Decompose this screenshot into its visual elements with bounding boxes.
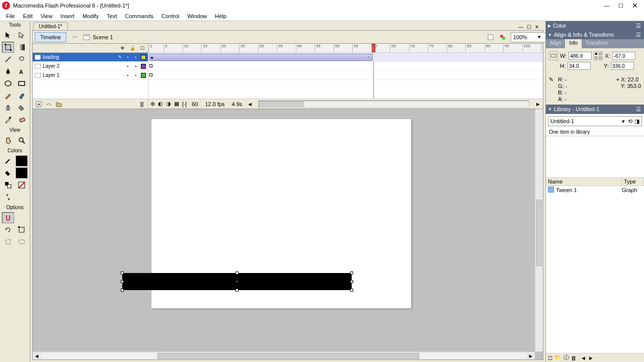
center-frame-icon[interactable]: ⊕ [150,101,155,107]
pen-tool[interactable] [2,66,14,77]
menu-help[interactable]: Help [211,12,230,20]
swap-colors[interactable] [2,192,14,203]
library-doc-select[interactable]: Untitled-1 ▾ ⟲ ◨ [548,116,642,126]
lib-scroll-right[interactable]: ► [588,355,594,361]
default-colors[interactable] [2,179,14,191]
line-tool[interactable] [2,54,14,65]
menu-file[interactable]: File [2,12,19,20]
scroll-right[interactable]: ► [535,101,541,107]
oval-tool[interactable] [2,78,14,89]
new-library-icon[interactable]: ◨ [634,118,639,125]
timeline-ruler[interactable]: 1510152025303540455055606570758085909510… [148,44,543,53]
text-tool[interactable]: A [16,66,28,77]
stage-area[interactable]: ⟷ ◄► [33,109,543,359]
new-folder-button[interactable]: 📁 [554,354,561,361]
menu-view[interactable]: View [37,12,57,20]
eyedropper-tool[interactable] [2,114,14,125]
scene-back[interactable]: ⇦ [69,34,79,40]
stroke-swatch[interactable] [16,155,28,166]
envelope-option[interactable] [16,236,28,247]
menu-window[interactable]: Window [183,12,211,20]
timeline-toggle[interactable]: Timeline [35,32,66,42]
layer-row[interactable]: loading ✎ • • [33,53,148,62]
outline-icon[interactable]: ☐ [139,45,146,52]
maximize-button[interactable]: ☐ [614,1,628,11]
selection-tool[interactable] [2,30,14,41]
frames-area[interactable] [148,53,543,99]
visible-dot[interactable]: • [125,73,131,77]
align-panel-header[interactable]: ▼ Align & Info & Transform ☰ [546,30,644,39]
library-panel-header[interactable]: ▼ Library - Untitled-1 ☰ [546,105,644,114]
doc-minimize[interactable]: — [517,23,524,30]
zoom-tool[interactable] [16,135,28,146]
height-input[interactable] [568,62,591,70]
snap-option[interactable] [2,212,14,223]
fill-color[interactable] [2,167,14,178]
doc-close[interactable]: ✕ [533,23,540,30]
new-symbol-button[interactable]: ◻ [548,354,552,361]
add-folder-button[interactable] [55,100,63,108]
menu-edit[interactable]: Edit [19,12,37,20]
visible-dot[interactable]: • [125,64,131,68]
minimize-button[interactable]: — [600,1,614,11]
ink-bottle-tool[interactable] [2,102,14,113]
add-layer-button[interactable]: + [35,100,43,108]
lasso-tool[interactable] [16,54,28,65]
show-hide-icon[interactable]: 👁 [119,45,126,52]
menu-text[interactable]: Text [103,12,121,20]
zoom-select[interactable] [511,32,546,42]
onion-skin-icon[interactable]: ◐ [158,101,163,107]
delete-button[interactable]: 🗑 [571,355,577,361]
library-item[interactable]: Tween 1 Graph [546,186,644,194]
properties-button[interactable]: ⓘ [564,354,569,361]
paint-bucket-tool[interactable] [16,102,28,113]
layer-color[interactable] [141,73,146,78]
doc-restore[interactable]: ☐ [525,23,532,30]
edit-scene-icon[interactable] [485,32,497,43]
scroll-left[interactable]: ◄ [247,101,253,107]
rectangle-tool[interactable] [16,78,28,89]
add-motion-guide[interactable] [45,100,53,108]
tab-transform[interactable]: Transform [582,39,612,48]
stroke-color[interactable] [2,155,14,166]
document-tab[interactable]: Untitled-1* [33,22,68,30]
menu-control[interactable]: Control [157,12,183,20]
col-type[interactable]: Type [622,178,644,186]
layer-row[interactable]: Layer 1 • • [33,71,148,80]
delete-layer-button[interactable] [138,100,146,108]
lock-dot[interactable]: • [133,64,139,68]
free-transform-tool[interactable] [2,42,14,53]
layer-color[interactable] [141,64,146,69]
hand-tool[interactable] [2,135,14,146]
menu-modify[interactable]: Modify [78,12,103,20]
width-input[interactable] [569,52,592,60]
option-2[interactable] [16,212,28,223]
color-panel-header[interactable]: ▶ Color ☰ [546,21,644,30]
y-input[interactable] [611,62,634,70]
panel-options-icon[interactable]: ☰ [635,22,642,29]
registration-icon[interactable] [594,51,603,60]
tab-info[interactable]: Info [565,39,582,48]
scale-option[interactable] [16,224,28,235]
eraser-tool[interactable] [16,114,28,125]
col-name[interactable]: Name [546,178,622,186]
distort-option[interactable] [2,236,14,247]
onion-markers-icon[interactable]: [·] [182,101,187,107]
visible-dot[interactable]: • [125,55,131,59]
layer-color[interactable] [141,55,146,60]
menu-insert[interactable]: Insert [56,12,78,20]
tab-align[interactable]: Align [546,39,565,48]
close-button[interactable]: ✕ [628,1,642,11]
menu-commands[interactable]: Commands [121,12,157,20]
rotate-option[interactable] [2,224,14,235]
lib-scroll-left[interactable]: ◄ [581,355,586,361]
panel-options-icon[interactable]: ☰ [635,106,642,113]
panel-options-icon[interactable]: ☰ [635,31,642,38]
gradient-transform-tool[interactable] [16,42,28,53]
lock-dot[interactable]: • [133,55,139,59]
selected-shape[interactable] [122,273,352,290]
no-color[interactable] [16,179,28,191]
layer-row[interactable]: Layer 2 • • [33,62,148,71]
subselection-tool[interactable] [16,30,28,41]
stage-scrollbar-h[interactable]: ◄► [33,351,535,359]
